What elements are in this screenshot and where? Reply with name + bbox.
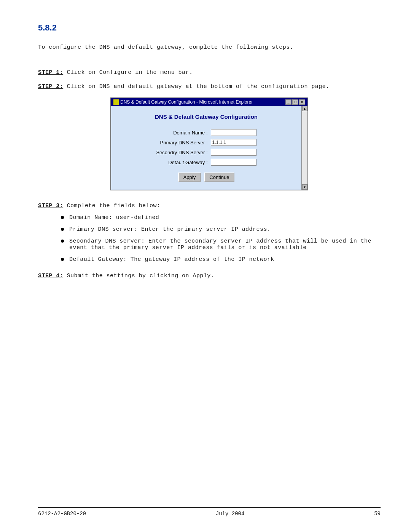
footer-left: 6212-A2-GB20-20	[38, 511, 86, 517]
field-label-2: Secondry DNS Server :	[155, 147, 209, 157]
config-form-table: Domain Name : Primary DNS Server : Secon…	[155, 128, 258, 167]
browser-controls[interactable]: _ □ ✕	[285, 99, 305, 105]
step3-block: STEP 3: Complete the fields below:	[38, 202, 381, 209]
browser-title-left: DNS & Default Gatway Configuration - Mic…	[113, 99, 253, 105]
scrollbar-track	[302, 111, 307, 184]
step4-text: STEP 4: Submit the settings by clicking …	[38, 273, 214, 279]
bullet-text-2: Secondary DNS server: Enter the secondar…	[69, 238, 381, 251]
field-label-3: Default Gateway :	[155, 157, 209, 167]
bullet-list: Domain Name: user-definedPrimary DNS ser…	[61, 214, 381, 263]
maximize-button[interactable]: □	[292, 99, 298, 105]
bullet-text-0: Domain Name: user-defined	[69, 214, 381, 221]
list-item: Domain Name: user-defined	[61, 214, 381, 221]
scroll-up-button[interactable]: ▲	[302, 106, 307, 111]
browser-titlebar: DNS & Default Gatway Configuration - Mic…	[111, 98, 307, 106]
button-row: Apply Continue	[123, 173, 290, 182]
footer-right: 59	[374, 511, 381, 517]
field-input-2[interactable]	[211, 149, 256, 156]
list-item: Primary DNS server: Enter the primary se…	[61, 226, 381, 233]
step1-text: STEP 1: Click on Configure in the menu b…	[38, 69, 193, 76]
browser-window: DNS & Default Gatway Configuration - Mic…	[110, 97, 308, 190]
field-input-cell-0[interactable]	[209, 128, 258, 137]
continue-button[interactable]: Continue	[204, 173, 234, 182]
step3-label: STEP 3:	[38, 203, 63, 209]
step1-label: STEP 1:	[38, 69, 63, 76]
close-button[interactable]: ✕	[299, 99, 305, 105]
intro-text: To configure the DNS and default gateway…	[38, 44, 381, 51]
step4-detail: Submit the settings by clicking on Apply…	[63, 273, 214, 279]
form-field-row: Domain Name :	[155, 128, 258, 137]
list-item: Secondary DNS server: Enter the secondar…	[61, 238, 381, 251]
bullet-text-3: Default Gateway: The gateway IP address …	[69, 256, 381, 263]
scroll-down-button[interactable]: ▼	[302, 184, 307, 190]
bullet-dot-0	[61, 216, 64, 219]
field-input-cell-2[interactable]	[209, 147, 258, 157]
list-item: Default Gateway: The gateway IP address …	[61, 256, 381, 263]
bullet-dot-3	[61, 258, 64, 261]
form-field-row: Primary DNS Server :	[155, 137, 258, 147]
form-field-row: Default Gateway :	[155, 157, 258, 167]
bullet-dot-2	[61, 240, 64, 243]
section-title: 5.8.2	[38, 23, 381, 33]
apply-button[interactable]: Apply	[178, 173, 201, 182]
field-input-cell-1[interactable]	[209, 137, 258, 147]
browser-scrollbar-area: DNS & Default Gateway Configuration Doma…	[111, 106, 307, 190]
field-label-0: Domain Name :	[155, 128, 209, 137]
step4-block: STEP 4: Submit the settings by clicking …	[38, 272, 381, 279]
footer-center: July 2004	[216, 511, 245, 517]
browser-title-icon	[113, 99, 119, 105]
step1-detail: Click on Configure in the menu bar.	[63, 69, 193, 76]
config-form-title: DNS & Default Gateway Configuration	[123, 113, 290, 120]
field-input-cell-3[interactable]	[209, 157, 258, 167]
step1-block: STEP 1: Click on Configure in the menu b…	[38, 69, 381, 76]
browser-title-text: DNS & Default Gatway Configuration - Mic…	[120, 99, 253, 105]
minimize-button[interactable]: _	[285, 99, 292, 105]
step2-text: STEP 2: Click on DNS and default gateway…	[38, 83, 330, 90]
step4-label: STEP 4:	[38, 273, 63, 279]
page-footer: 6212-A2-GB20-20 July 2004 59	[38, 507, 381, 517]
browser-scrollbar[interactable]: ▲ ▼	[301, 106, 307, 190]
form-field-row: Secondry DNS Server :	[155, 147, 258, 157]
step3-detail: Complete the fields below:	[63, 203, 160, 209]
step2-label: STEP 2:	[38, 83, 63, 90]
field-input-3[interactable]	[211, 159, 256, 166]
field-label-1: Primary DNS Server :	[155, 137, 209, 147]
bullet-text-1: Primary DNS server: Enter the primary se…	[69, 226, 381, 233]
bullet-dot-1	[61, 228, 64, 231]
field-input-1[interactable]	[211, 139, 256, 146]
step2-block: STEP 2: Click on DNS and default gateway…	[38, 83, 381, 90]
field-input-0[interactable]	[211, 129, 256, 136]
step2-detail: Click on DNS and default gateway at the …	[63, 83, 329, 90]
step3-text: STEP 3: Complete the fields below:	[38, 203, 160, 209]
browser-body: DNS & Default Gateway Configuration Doma…	[111, 106, 301, 190]
